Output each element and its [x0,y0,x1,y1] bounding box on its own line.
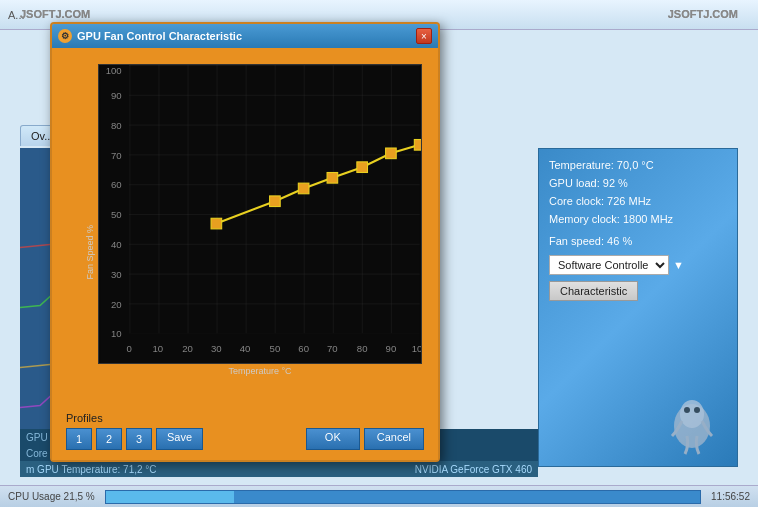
svg-point-1 [680,400,704,428]
gecko-logo [657,386,727,456]
dialog-title-text: GPU Fan Control Characteristic [77,30,242,42]
dialog-close-button[interactable]: × [416,28,432,44]
save-button[interactable]: Save [156,428,203,450]
chart-svg: 10 20 30 40 50 60 70 80 90 100 0 10 20 [99,65,421,363]
gpu-label: GPU [26,432,48,443]
svg-text:10: 10 [111,328,122,339]
cpu-usage-fill [106,491,234,503]
profiles-buttons: 1 2 3 Save OK Cancel [66,428,424,450]
bottom-bar: CPU Usage 21,5 % 11:56:52 [0,485,758,507]
dialog-body: Fan Speed % 10 20 [52,48,438,460]
svg-text:70: 70 [327,343,338,354]
right-panel: Temperature: 70,0 °C GPU load: 92 % Core… [538,148,738,467]
svg-rect-31 [357,162,368,173]
fan-mode-select[interactable]: Software Controlled [549,255,669,275]
profile-btn-3[interactable]: 3 [126,428,152,450]
cpu-usage-text: CPU Usage 21,5 % [8,491,95,502]
profiles-section: Profiles 1 2 3 Save OK Cancel [58,406,432,454]
nvidia-text: NVIDIA GeForce GTX 460 [415,464,532,475]
svg-text:10: 10 [153,343,164,354]
x-axis-label: Temperature °C [98,366,422,376]
cpu-usage-bar [105,490,701,504]
gpu-load-stat: GPU load: 92 % [549,177,727,189]
gpu-temp-text: m GPU Temperature: 71,2 °C [26,464,157,475]
fan-control-dialog: ⚙ GPU Fan Control Characteristic × Fan S… [50,22,440,462]
fan-chart[interactable]: 10 20 30 40 50 60 70 80 90 100 0 10 20 [98,64,422,364]
svg-text:90: 90 [386,343,397,354]
profile-btn-2[interactable]: 2 [96,428,122,450]
y-axis-label: Fan Speed % [85,225,95,280]
svg-text:40: 40 [111,239,122,250]
dialog-icon: ⚙ [58,29,72,43]
svg-text:90: 90 [111,90,122,101]
svg-rect-27 [211,218,222,229]
profiles-label: Profiles [66,412,424,424]
svg-point-3 [694,407,700,413]
svg-rect-30 [327,172,338,183]
svg-text:20: 20 [182,343,193,354]
memory-clock-stat: Memory clock: 1800 MHz [549,213,727,225]
fan-mode-container: Software Controlled ▼ [549,255,727,275]
core-clock-stat: Core clock: 726 MHz [549,195,727,207]
svg-text:80: 80 [111,120,122,131]
svg-text:60: 60 [111,179,122,190]
ok-button[interactable]: OK [306,428,360,450]
svg-text:50: 50 [270,343,281,354]
temperature-stat: Temperature: 70,0 °C [549,159,727,171]
svg-rect-29 [298,183,309,194]
fan-speed-stat: Fan speed: 46 % [549,235,727,247]
svg-text:60: 60 [298,343,309,354]
dialog-title-container: ⚙ GPU Fan Control Characteristic [58,29,242,43]
characteristic-button[interactable]: Characteristic [549,281,638,301]
svg-text:40: 40 [240,343,251,354]
svg-text:0: 0 [126,343,131,354]
svg-rect-33 [414,140,421,151]
svg-text:50: 50 [111,209,122,220]
nvidia-label: NVIDIA GeForce GTX 460 [200,461,538,477]
clock-text: 11:56:52 [711,491,750,502]
svg-text:20: 20 [111,299,122,310]
dialog-title-bar[interactable]: ⚙ GPU Fan Control Characteristic × [52,24,438,48]
svg-text:80: 80 [357,343,368,354]
chart-wrapper: Fan Speed % 10 20 [98,64,422,376]
svg-text:30: 30 [211,343,222,354]
svg-text:100: 100 [106,65,122,76]
cancel-button[interactable]: Cancel [364,428,424,450]
svg-text:30: 30 [111,269,122,280]
svg-point-2 [684,407,690,413]
svg-rect-32 [386,148,397,159]
svg-rect-28 [270,196,281,207]
svg-text:70: 70 [111,150,122,161]
profile-btn-1[interactable]: 1 [66,428,92,450]
svg-text:100: 100 [412,343,421,354]
